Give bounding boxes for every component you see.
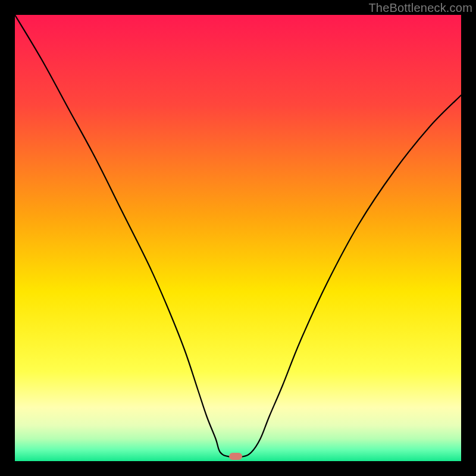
watermark-text: TheBottleneck.com <box>368 1 472 15</box>
bottleneck-curve <box>15 15 461 461</box>
chart-frame: TheBottleneck.com <box>0 0 476 476</box>
optimal-marker <box>229 453 242 460</box>
plot-area <box>15 15 461 461</box>
